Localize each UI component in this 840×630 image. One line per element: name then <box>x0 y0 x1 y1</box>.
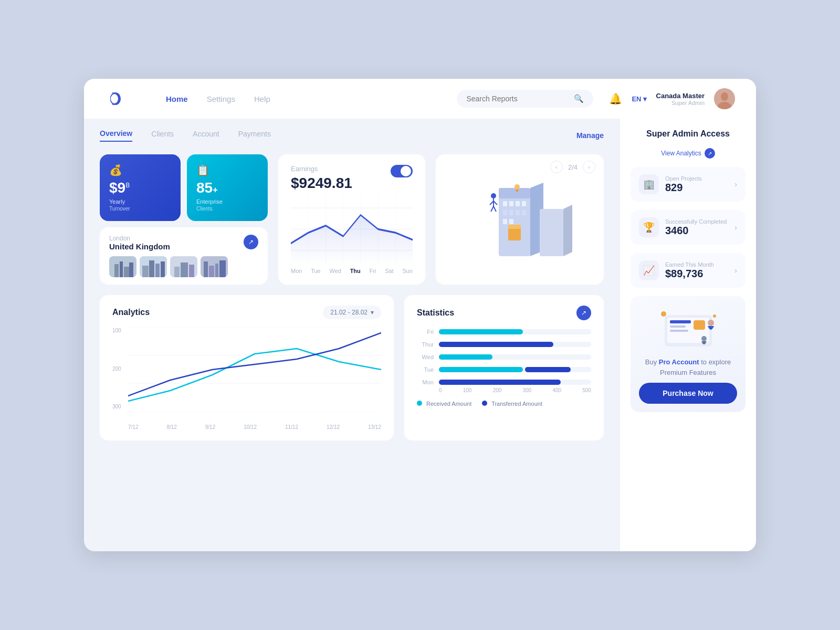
svg-rect-17 <box>181 262 188 277</box>
legend-transferred: Transferred Amount <box>482 401 542 407</box>
clients-sublabel: Clients. <box>196 206 258 212</box>
chevron-down-icon: ▾ <box>371 309 374 316</box>
svg-line-55 <box>494 206 496 212</box>
turnover-value: $9B <box>109 180 171 196</box>
overview-row: 💰 $9B Yearly Turnover 📋 85+ <box>100 154 604 285</box>
stat-cards-column: 💰 $9B Yearly Turnover 📋 85+ <box>100 154 268 285</box>
day-fri: Fri <box>370 268 376 274</box>
svg-rect-44 <box>509 219 513 224</box>
svg-rect-65 <box>670 330 688 332</box>
earnings-chart <box>291 194 413 265</box>
bar-label-tue: Tue <box>417 366 434 373</box>
bar-fill-mon-dark <box>439 380 561 385</box>
analytics-card: Analytics 21.02 - 28.02 ▾ 300 200 100 <box>100 295 394 440</box>
legend-dot-cyan <box>417 401 422 406</box>
svg-rect-16 <box>174 267 180 277</box>
logo[interactable] <box>105 89 124 108</box>
bar-fill-fri-cyan <box>439 329 523 334</box>
metric-label-projects: Open Projects <box>665 175 728 182</box>
nav-home[interactable]: Home <box>166 94 188 103</box>
city-img-2 <box>140 256 167 277</box>
promo-card: Buy Pro Account to explore Premium Featu… <box>631 296 746 412</box>
turnover-suffix: B <box>125 182 130 189</box>
metric-value-projects: 829 <box>665 182 728 194</box>
svg-rect-14 <box>161 261 165 277</box>
super-admin-title: Super Admin Access <box>631 129 746 139</box>
location-country: United Kingdom <box>109 242 170 251</box>
svg-point-1 <box>111 94 118 103</box>
location-arrow[interactable]: ↗ <box>244 235 258 249</box>
svg-point-68 <box>701 336 707 341</box>
pagination-next[interactable]: › <box>583 161 595 173</box>
chart-y-labels: 300 200 100 <box>112 328 121 410</box>
city-img-4 <box>201 256 228 277</box>
bell-icon[interactable]: 🔔 <box>609 92 622 105</box>
user-role: Super Admin <box>656 100 705 106</box>
purchase-now-button[interactable]: Purchase Now <box>639 383 737 404</box>
svg-rect-34 <box>499 188 530 198</box>
nav-help[interactable]: Help <box>254 94 270 103</box>
bar-label-fri: Fri <box>417 329 434 335</box>
clients-icon: 📋 <box>196 164 258 176</box>
svg-rect-63 <box>670 320 691 323</box>
main-content: Overview Clients Account Payments Manage… <box>84 119 756 551</box>
pagination-prev[interactable]: ‹ <box>550 161 563 173</box>
chevron-right-icon-completed: › <box>734 223 737 232</box>
metric-value-completed: 3460 <box>665 225 728 237</box>
chart-x-labels: 7/128/129/1210/1211/1212/1213/12 <box>112 424 381 430</box>
svg-rect-41 <box>516 210 520 215</box>
language-selector[interactable]: EN ▾ <box>632 95 646 103</box>
bar-label-wed: Wed <box>417 354 434 360</box>
toggle-switch[interactable] <box>391 165 413 177</box>
bar-label-thur: Thur <box>417 341 434 348</box>
svg-point-50 <box>491 193 496 198</box>
avatar[interactable] <box>714 88 735 109</box>
metric-card-projects[interactable]: 🏢 Open Projects 829 › <box>631 167 746 202</box>
svg-rect-7 <box>120 261 123 277</box>
day-wed: Wed <box>329 268 341 274</box>
bar-chart: Fri Thur <box>417 329 591 385</box>
bar-track-thur <box>439 342 591 347</box>
metric-card-earned[interactable]: 📈 Earned This Month $89,736 › <box>631 253 746 288</box>
topnav: Home Settings Help 🔍 🔔 EN ▾ Canada Maste… <box>84 79 756 119</box>
search-bar[interactable]: 🔍 <box>457 90 593 108</box>
analytics-header: Analytics 21.02 - 28.02 ▾ <box>112 306 381 319</box>
toggle-knob <box>401 166 411 176</box>
day-thu: Thu <box>350 268 361 274</box>
pagination: ‹ 2/4 › <box>550 161 595 173</box>
view-analytics[interactable]: View Analytics ↗ <box>631 148 746 159</box>
statistics-arrow[interactable]: ↗ <box>576 306 591 320</box>
illustration-card: ‹ 2/4 › <box>436 154 604 285</box>
tab-account[interactable]: Account <box>193 130 219 141</box>
svg-line-54 <box>491 206 494 212</box>
right-sidebar: Super Admin Access View Analytics ↗ 🏢 Op… <box>620 119 756 551</box>
location-card: London United Kingdom ↗ <box>100 227 268 285</box>
date-picker[interactable]: 21.02 - 28.02 ▾ <box>323 306 381 319</box>
svg-rect-22 <box>215 264 218 277</box>
svg-rect-43 <box>503 219 507 224</box>
bar-track-wed <box>439 354 591 360</box>
statistics-title: Statistics <box>417 308 454 318</box>
stats-legend: Received Amount Transferred Amount <box>417 401 591 407</box>
tab-overview[interactable]: Overview <box>100 129 132 142</box>
statistics-card: Statistics ↗ Fri Thur <box>404 295 604 440</box>
svg-rect-11 <box>142 266 149 277</box>
svg-rect-37 <box>516 201 520 206</box>
user-info: Canada Master Super Admin <box>656 92 705 106</box>
bar-fill-tue-dark <box>525 367 571 372</box>
day-tue: Tue <box>311 268 321 274</box>
metric-card-completed[interactable]: 🏆 Successfully Completed 3460 › <box>631 210 746 245</box>
nav-settings[interactable]: Settings <box>207 94 235 103</box>
svg-rect-8 <box>124 267 129 277</box>
statistics-header: Statistics ↗ <box>417 306 591 320</box>
tab-clients[interactable]: Clients <box>151 130 174 141</box>
svg-rect-46 <box>540 209 563 256</box>
search-input[interactable] <box>466 94 570 103</box>
svg-point-69 <box>661 311 666 317</box>
tab-payments[interactable]: Payments <box>238 130 271 141</box>
promo-illustration <box>654 304 722 352</box>
svg-rect-18 <box>189 265 194 277</box>
svg-rect-21 <box>209 266 214 277</box>
manage-button[interactable]: Manage <box>576 131 604 140</box>
svg-rect-64 <box>670 326 686 328</box>
